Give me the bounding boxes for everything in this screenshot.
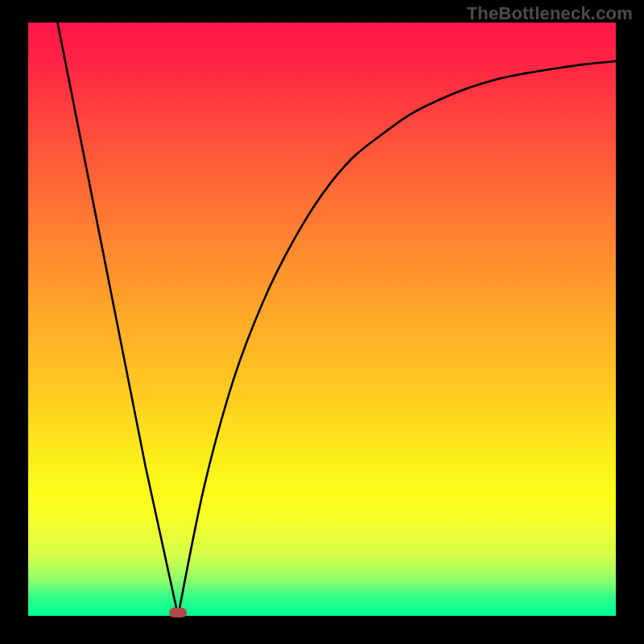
watermark-text: TheBottleneck.com (467, 3, 633, 24)
plot-area (28, 23, 616, 616)
min-marker (169, 608, 187, 617)
curve-svg (28, 23, 616, 616)
chart-frame: TheBottleneck.com (0, 0, 644, 644)
bottleneck-curve (58, 23, 617, 616)
